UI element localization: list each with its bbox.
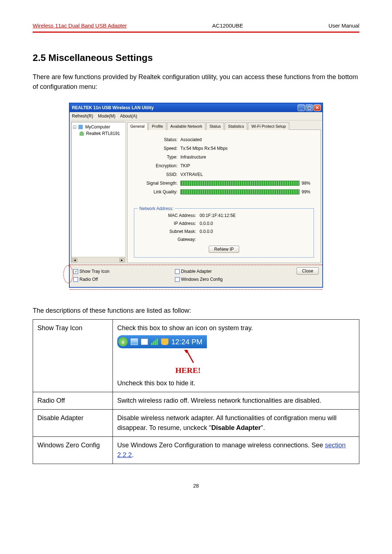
tree-adapter-label: Realtek RTL8191 <box>86 131 120 136</box>
tree-adapter[interactable]: Realtek RTL8191 <box>73 130 124 137</box>
v-ssid: VXTRAVEL <box>180 171 203 178</box>
row3-key: Disable Adapter <box>33 410 113 437</box>
netaddr-legend: Network Address: <box>138 205 175 212</box>
tab-profile[interactable]: Profile <box>148 122 166 130</box>
tab-wps[interactable]: Wi-Fi Protect Setup <box>248 122 289 130</box>
window-title: REALTEK 11n USB Wireless LAN Utility <box>72 104 154 111</box>
tray-signal-icon <box>151 338 158 345</box>
computer-icon <box>78 125 83 129</box>
tray-shield-icon <box>161 338 168 345</box>
v-speed: Tx:54 Mbps Rx:54 Mbps <box>180 145 228 152</box>
k-enc: Encryption: <box>134 163 177 169</box>
tab-body: Status:Associated Speed:Tx:54 Mbps Rx:54… <box>127 130 321 263</box>
desc-intro: The descriptions of these functions are … <box>33 306 359 316</box>
row1-text-b: Uncheck this box to hide it. <box>117 378 355 388</box>
signal-bar <box>180 181 299 186</box>
tab-strip: General Profile Available Network Status… <box>127 122 321 130</box>
system-tray-graphic: ‹ 12:24 PM <box>117 335 207 348</box>
menu-refresh[interactable]: Refresh(R) <box>72 114 93 119</box>
tree-root[interactable]: - MyComputer <box>73 124 124 130</box>
header-rule <box>33 32 359 33</box>
tab-general[interactable]: General <box>127 122 148 130</box>
k-speed: Speed: <box>134 145 177 152</box>
row3-val: Disable wireless network adapter. All fu… <box>113 410 359 437</box>
row1-val: Check this box to show an icon on system… <box>113 320 359 392</box>
disable-adapter-checkbox[interactable] <box>175 269 180 274</box>
scroll-left-icon[interactable]: ◄ <box>72 258 77 262</box>
row1-text-a: Check this box to show an icon on system… <box>117 323 355 333</box>
titlebar: REALTEK 11n USB Wireless LAN Utility _ ▢… <box>70 103 322 112</box>
tab-statistics[interactable]: Statistics <box>225 122 247 130</box>
callout-underline <box>70 289 322 290</box>
row3-b: Disable Adapter <box>211 424 261 431</box>
section-title: 2.5 Miscellaneous Settings <box>33 51 359 65</box>
tray-monitor-icon <box>131 338 138 345</box>
tray-arrow-icon: ‹ <box>118 337 128 346</box>
row2-key: Radio Off <box>33 392 113 410</box>
doc-header-right: User Manual <box>328 22 359 30</box>
minimize-icon[interactable]: _ <box>298 104 305 111</box>
intro-text: There are few functions provided by Real… <box>33 72 359 92</box>
k-ssid: SSID: <box>134 171 177 178</box>
close-icon[interactable]: ✕ <box>314 104 321 111</box>
doc-header-mid: AC1200UBE <box>212 22 243 30</box>
collapse-icon[interactable]: - <box>73 126 76 129</box>
menu-mode[interactable]: Mode(M) <box>98 114 115 119</box>
v-mac: 00:1F:1F:41:12:5E <box>200 212 236 219</box>
row3-c: ". <box>261 424 265 431</box>
tree-scrollbar[interactable]: ◄ ► <box>72 257 125 263</box>
k-signal: Signal Strength: <box>134 180 177 186</box>
v-status: Associated <box>180 136 202 143</box>
menubar: Refresh(R) Mode(M) About(A) <box>70 112 322 120</box>
utility-window: REALTEK 11n USB Wireless LAN Utility _ ▢… <box>69 103 323 288</box>
tray-time: 12:24 PM <box>171 336 203 347</box>
network-address-group: Network Address: MAC Address:00:1F:1F:41… <box>134 208 314 258</box>
close-button[interactable]: Close <box>297 267 319 275</box>
here-label: HERE! <box>175 366 201 375</box>
radio-off-label: Radio Off <box>79 276 98 283</box>
tab-status[interactable]: Status <box>206 122 224 130</box>
k-link: Link Quality: <box>134 189 177 195</box>
row4-val: Use Windows Zero Configuration to manage… <box>113 437 359 464</box>
description-table: Show Tray Icon Check this box to show an… <box>33 319 359 464</box>
k-mac: MAC Address: <box>138 212 196 219</box>
scroll-right-icon[interactable]: ► <box>119 258 124 262</box>
row4-key: Windows Zero Config <box>33 437 113 464</box>
link-bar <box>180 189 299 194</box>
dialog-footer: ✔Show Tray Icon Radio Off Disable Adapte… <box>70 264 322 287</box>
k-mask: Subnet Mask: <box>138 228 196 235</box>
row4-a: Use Windows Zero Configuration to manage… <box>117 442 325 449</box>
page-number: 28 <box>33 482 359 490</box>
v-type: Infrastructure <box>180 154 206 160</box>
row4-b: . <box>132 451 134 459</box>
doc-header: Wireless 11ac Dual Band USB Adapter AC12… <box>33 22 359 30</box>
wzc-checkbox[interactable] <box>175 277 180 282</box>
wzc-label: Windows Zero Config <box>181 276 223 283</box>
k-ip: IP Address: <box>138 220 196 227</box>
row1-key: Show Tray Icon <box>33 320 113 392</box>
signal-pct: 98% <box>302 180 314 186</box>
adapter-icon <box>79 131 84 136</box>
tree-pane: - MyComputer Realtek RTL8191 ◄ ► <box>71 122 126 263</box>
doc-header-left: Wireless 11ac Dual Band USB Adapter <box>33 22 127 30</box>
v-mask: 0.0.0.0 <box>200 228 213 235</box>
menu-about[interactable]: About(A) <box>120 114 137 119</box>
arrow-icon <box>175 350 197 364</box>
show-tray-checkbox[interactable]: ✔ <box>73 269 78 274</box>
show-tray-label: Show Tray Icon <box>79 268 110 275</box>
renew-ip-button[interactable]: ReNew IP <box>209 246 239 253</box>
k-gw: Gateway: <box>138 236 196 243</box>
maximize-icon[interactable]: ▢ <box>306 104 313 111</box>
tray-app-icon <box>141 338 148 345</box>
callout-ring <box>63 265 73 283</box>
k-status: Status: <box>134 136 177 143</box>
tab-network[interactable]: Available Network <box>167 122 205 130</box>
row2-val: Switch wireless radio off. Wireless netw… <box>113 392 359 410</box>
disable-adapter-label: Disable Adapter <box>181 268 212 275</box>
link-pct: 99% <box>302 189 314 195</box>
here-callout: HERE! <box>175 350 355 376</box>
radio-off-checkbox[interactable] <box>73 277 78 282</box>
v-ip: 0.0.0.0 <box>200 220 213 227</box>
v-enc: TKIP <box>180 163 190 169</box>
k-type: Type: <box>134 154 177 160</box>
